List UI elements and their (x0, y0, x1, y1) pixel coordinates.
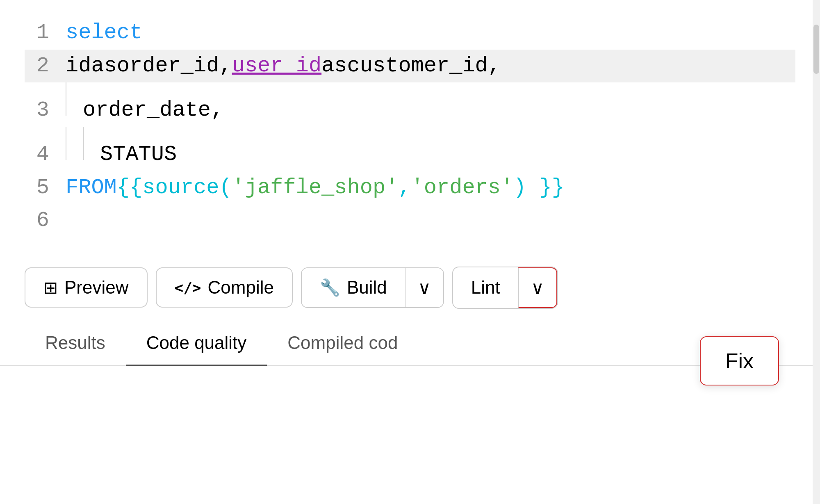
lint-chevron-button[interactable]: ∨ (518, 267, 557, 308)
line-content-2: id as order_id, user_id as customer_id, (66, 50, 501, 83)
indent-bar-2a (66, 127, 66, 160)
token-user-id: user_id (232, 50, 321, 83)
token-from: FROM (66, 171, 117, 205)
indent-bar-2b (83, 127, 84, 160)
line-number-4: 4 (25, 138, 49, 171)
line-number-6: 6 (25, 204, 49, 237)
token-customer-id: customer_id, (347, 50, 501, 83)
line-content-4: STATUS (66, 127, 177, 171)
code-line-6: 6 (25, 204, 795, 237)
line-number-1: 1 (25, 16, 49, 50)
table-icon: ⊞ (43, 278, 58, 298)
preview-button[interactable]: ⊞ Preview (25, 267, 148, 308)
token-id: id (66, 50, 91, 83)
tabs-bar: Results Code quality Compiled cod (0, 321, 820, 366)
line-number-3: 3 (25, 94, 49, 127)
indent-bar-1 (66, 82, 66, 116)
code-block: 1 select 2 id as order_id, user_id as cu… (25, 16, 795, 237)
token-as-2: as (321, 50, 347, 83)
build-button[interactable]: 🔧 Build (302, 268, 405, 307)
tab-results-label: Results (45, 333, 105, 353)
tab-compiled-code[interactable]: Compiled cod (267, 321, 418, 366)
build-button-group: 🔧 Build ∨ (301, 267, 444, 308)
lint-chevron-icon: ∨ (531, 278, 544, 298)
code-line-4: 4 STATUS (25, 127, 795, 171)
line-number-5: 5 (25, 171, 49, 205)
code-line-3: 3 order_date, (25, 82, 795, 127)
line-number-2: 2 (25, 50, 49, 83)
token-jaffle-shop: 'jaffle_shop' (232, 171, 399, 205)
chevron-down-icon: ∨ (418, 278, 431, 298)
token-template-open: {{ (117, 171, 142, 205)
tab-code-quality-label: Code quality (146, 333, 247, 353)
token-orders: 'orders' (411, 171, 514, 205)
toolbar: ⊞ Preview </> Compile 🔧 Build ∨ Lint ∨ (0, 250, 820, 321)
token-source-fn: source( (142, 171, 232, 205)
code-icon: </> (175, 279, 201, 296)
lint-label: Lint (471, 277, 500, 297)
build-label: Build (347, 277, 387, 298)
token-comma: , (398, 171, 411, 205)
keyword-select: select (66, 16, 142, 50)
tab-code-quality[interactable]: Code quality (126, 321, 267, 366)
fix-label: Fix (725, 349, 754, 373)
line-content-1: select (66, 16, 142, 50)
token-status: STATUS (100, 138, 177, 171)
preview-label: Preview (64, 277, 129, 298)
code-line-1: 1 select (25, 16, 795, 50)
line-content-5: FROM {{ source( 'jaffle_shop' , 'orders'… (66, 171, 565, 205)
tab-compiled-code-label: Compiled cod (287, 333, 398, 353)
token-as-1: as (91, 50, 116, 83)
token-order-id: order_id, (117, 50, 232, 83)
editor-area: 1 select 2 id as order_id, user_id as cu… (0, 0, 820, 250)
code-line-5: 5 FROM {{ source( 'jaffle_shop' , 'order… (25, 171, 795, 205)
code-line-2: 2 id as order_id, user_id as customer_id… (25, 50, 795, 83)
compile-button[interactable]: </> Compile (156, 267, 293, 308)
token-template-close: ) }} (513, 171, 565, 205)
build-chevron-button[interactable]: ∨ (405, 268, 443, 307)
lint-button[interactable]: Lint (453, 268, 518, 307)
fix-dropdown[interactable]: Fix (700, 336, 779, 385)
lint-button-group: Lint ∨ (452, 267, 558, 309)
scrollbar-track[interactable] (813, 0, 820, 504)
token-order-date: order_date, (83, 94, 223, 127)
tab-results[interactable]: Results (25, 321, 126, 366)
line-content-3: order_date, (66, 82, 223, 127)
wrench-icon: 🔧 (320, 278, 340, 297)
compile-label: Compile (208, 277, 274, 298)
scrollbar-thumb[interactable] (813, 25, 819, 74)
